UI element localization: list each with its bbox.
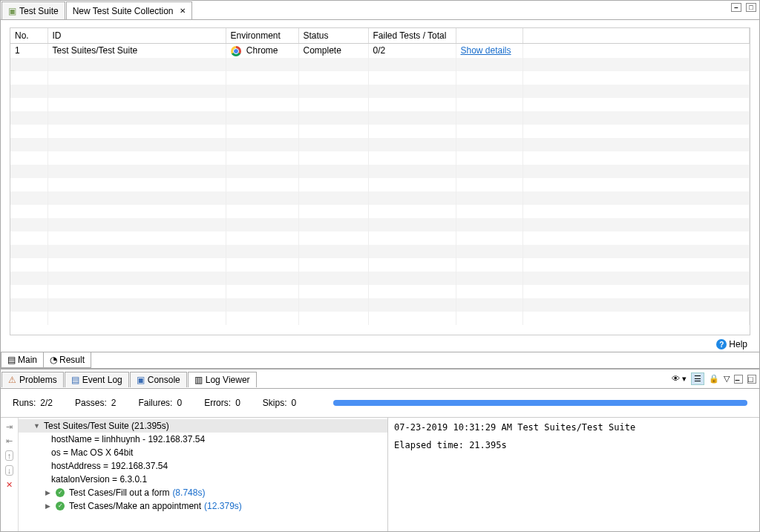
log-gutter: ⇥ ⇤ ↑ ↓ ✕ <box>1 418 19 531</box>
eventlog-icon: ▤ <box>71 375 79 385</box>
skips-label: Skips: <box>263 398 287 408</box>
logviewer-label: Log Viewer <box>206 375 250 385</box>
panel-toolbar: 👁 ▾ ☰ 🔒 ▽ ‒ □ <box>672 372 756 385</box>
console-label: Console <box>148 375 180 385</box>
stat-skips: Skips: 0 <box>263 398 296 408</box>
tab-main[interactable]: ▤ Main <box>1 352 44 368</box>
next-icon[interactable]: ↓ <box>5 465 14 476</box>
eye-icon[interactable]: 👁 ▾ <box>672 374 687 384</box>
log-line-1: 07-23-2019 10:31:29 AM Test Suites/Test … <box>394 422 753 433</box>
cell-id: Test Suites/Test Suite <box>48 44 226 58</box>
col-blank1[interactable] <box>456 28 522 44</box>
minimize-panel-icon[interactable]: ‒ <box>734 375 743 384</box>
tree-ver[interactable]: katalonVersion = 6.3.0.1 <box>19 473 387 486</box>
stat-passes: Passes: 2 <box>75 398 116 408</box>
pass-icon: ✓ <box>56 488 65 497</box>
log-content: ⇥ ⇤ ↑ ↓ ✕ ▼ Test Suites/Test Suite (21.3… <box>1 417 759 531</box>
expand-all-icon[interactable]: ⇥ <box>6 422 13 432</box>
maximize-icon[interactable]: □ <box>746 3 756 12</box>
tc1-time: (8.748s) <box>172 487 205 498</box>
tree-os[interactable]: os = Mac OS X 64bit <box>19 446 387 459</box>
log-tree[interactable]: ▼ Test Suites/Test Suite (21.395s) hostN… <box>19 418 388 531</box>
bottom-tabs: ⚠ Problems ▤ Event Log ▣ Console ▥ Log V… <box>1 370 759 389</box>
tab-test-suite[interactable]: ▣ Test Suite <box>1 1 65 19</box>
col-failed[interactable]: Failed Tests / Total <box>368 28 456 44</box>
errors-label: Errors: <box>204 398 231 408</box>
tab-collection[interactable]: New Test Suite Collection ✕ <box>66 1 192 19</box>
tree-tc2[interactable]: ▶ ✓ Test Cases/Make an appointment (12.3… <box>19 499 387 513</box>
tree-addr[interactable]: hostAddress = 192.168.37.54 <box>19 459 387 473</box>
collapse-all-icon[interactable]: ⇤ <box>6 436 13 446</box>
results-table: No. ID Environment Status Failed Tests /… <box>10 28 750 325</box>
tab-console[interactable]: ▣ Console <box>130 372 187 387</box>
prev-icon[interactable]: ↑ <box>5 450 14 461</box>
help-icon[interactable]: ? <box>716 339 727 349</box>
failures-value: 0 <box>177 398 182 408</box>
tree-host-label: hostName = linhhuynh - 192.168.37.54 <box>33 434 205 444</box>
progress-bar <box>333 400 747 406</box>
col-status[interactable]: Status <box>298 28 368 44</box>
col-env[interactable]: Environment <box>226 28 298 44</box>
delete-icon[interactable]: ✕ <box>6 480 13 490</box>
col-blank2[interactable] <box>522 28 750 44</box>
cell-status: Complete <box>298 44 368 58</box>
tree-tc1[interactable]: ▶ ✓ Test Cases/Fill out a form (8.748s) <box>19 486 387 499</box>
table-row[interactable]: 1 Test Suites/Test Suite Chrome Complete… <box>10 44 750 58</box>
problems-label: Problems <box>19 375 57 385</box>
cell-link: Show details <box>456 44 522 58</box>
minimize-icon[interactable]: ‒ <box>731 3 741 12</box>
tab-logviewer[interactable]: ▥ Log Viewer <box>188 372 257 387</box>
disclosure-open-icon[interactable]: ▼ <box>33 422 41 430</box>
app-container: ▣ Test Suite New Test Suite Collection ✕… <box>0 0 760 532</box>
maximize-panel-icon[interactable]: □ <box>747 375 756 384</box>
results-table-wrapper: No. ID Environment Status Failed Tests /… <box>10 27 750 335</box>
chrome-icon <box>231 46 241 56</box>
passes-value: 2 <box>111 398 117 408</box>
stat-runs: Runs: 2/2 <box>13 398 53 408</box>
main-label: Main <box>18 355 37 365</box>
errors-value: 0 <box>235 398 240 408</box>
cell-env: Chrome <box>226 44 298 58</box>
main-area: No. ID Environment Status Failed Tests /… <box>1 20 759 352</box>
lock-icon[interactable]: 🔒 <box>709 374 719 384</box>
table-body: 1 Test Suites/Test Suite Chrome Complete… <box>10 44 750 325</box>
tree-view-icon[interactable]: ☰ <box>691 372 704 385</box>
runs-label: Runs: <box>13 398 36 408</box>
log-output[interactable]: 07-23-2019 10:31:29 AM Test Suites/Test … <box>388 418 759 531</box>
disclosure-closed-icon[interactable]: ▶ <box>45 489 53 496</box>
tc2-time: (12.379s) <box>204 501 242 511</box>
col-id[interactable]: ID <box>48 28 226 44</box>
table-header-row: No. ID Environment Status Failed Tests /… <box>10 28 750 44</box>
tab-result[interactable]: ◔ Result <box>44 352 91 368</box>
tc2-label: Test Cases/Make an appointment <box>69 501 201 511</box>
disclosure-closed-icon[interactable]: ▶ <box>45 502 53 510</box>
progress-fill <box>333 400 747 406</box>
main-icon: ▤ <box>7 355 16 365</box>
tc1-label: Test Cases/Fill out a form <box>69 487 169 498</box>
cell-empty <box>522 44 750 58</box>
window-controls: ‒ □ <box>731 3 756 12</box>
tree-host[interactable]: hostName = linhhuynh - 192.168.37.54 <box>19 433 387 446</box>
mid-tabs: ▤ Main ◔ Result <box>1 352 759 368</box>
tree-root[interactable]: ▼ Test Suites/Test Suite (21.395s) <box>19 419 387 433</box>
failures-label: Failures: <box>138 398 172 408</box>
tab-eventlog[interactable]: ▤ Event Log <box>65 372 129 387</box>
tab-label: Test Suite <box>19 6 59 16</box>
tab-problems[interactable]: ⚠ Problems <box>1 372 64 387</box>
passes-label: Passes: <box>75 398 107 408</box>
problems-icon: ⚠ <box>8 375 16 385</box>
editor-tabs: ▣ Test Suite New Test Suite Collection ✕… <box>1 1 759 20</box>
col-no[interactable]: No. <box>10 28 48 44</box>
log-line-2: Elapsed time: 21.395s <box>394 440 753 450</box>
pass-icon: ✓ <box>56 502 65 510</box>
show-details-link[interactable]: Show details <box>461 45 511 56</box>
help-row: ? Help <box>10 335 750 352</box>
console-icon: ▣ <box>137 375 145 385</box>
menu-icon[interactable]: ▽ <box>724 374 730 384</box>
close-icon[interactable]: ✕ <box>180 7 186 15</box>
result-icon: ◔ <box>50 355 57 365</box>
help-label[interactable]: Help <box>729 339 747 349</box>
eventlog-label: Event Log <box>82 375 122 385</box>
tree-os-label: os = Mac OS X 64bit <box>33 447 133 458</box>
stat-errors: Errors: 0 <box>204 398 240 408</box>
